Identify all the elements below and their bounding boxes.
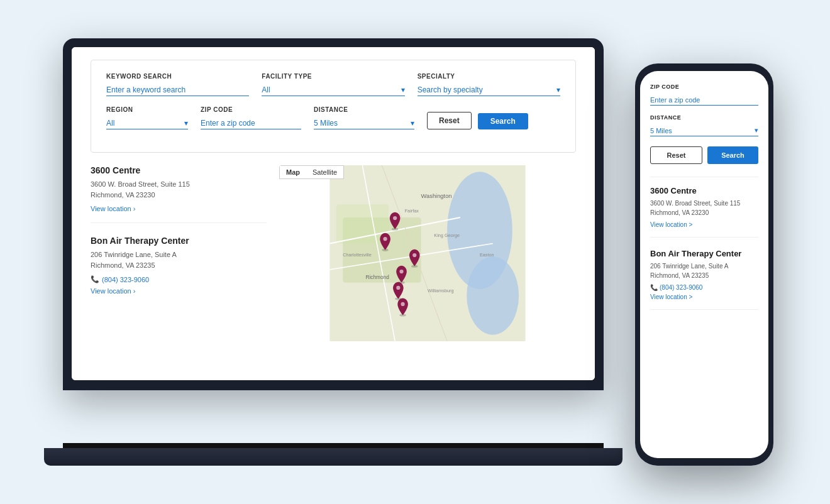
svg-point-24 [399,270,403,273]
mobile-zip-input[interactable] [650,95,758,106]
reset-button[interactable]: Reset [427,112,472,129]
svg-text:Richmond: Richmond [365,274,389,280]
zipcode-field: ZIP CODE [201,106,301,129]
mobile-zip-label: ZIP CODE [650,84,758,90]
facility-label: FACILITY TYPE [262,73,404,80]
result-phone-2[interactable]: 📞 (804) 323-9060 [91,275,267,283]
search-actions: Reset Search [427,106,528,129]
mobile-distance-wrapper: 5 Miles 10 Miles 25 Miles ▾ [650,124,758,136]
mobile-divider [650,177,758,177]
svg-point-18 [393,216,397,220]
mobile-result-link-1[interactable]: View location > [650,221,758,228]
mobile-distance-label: DISTANCE [650,114,758,121]
svg-text:Easton: Easton [480,252,494,258]
mobile-result-address-1: 3600 W. Broad Street, Suite 115Richmond,… [650,199,758,217]
laptop-base [44,448,622,466]
facility-field: FACILITY TYPE All ▾ [262,73,404,96]
result-address-2: 206 Twinridge Lane, Suite ARichmond, VA … [91,249,267,270]
result-link-2[interactable]: View location › [91,287,267,295]
mobile-result-name-1: 3600 Centre [650,186,758,195]
mobile-result-1: 3600 Centre 3600 W. Broad Street, Suite … [650,186,758,238]
mobile-result-name-2: Bon Air Therapy Center [650,249,758,258]
map-area: Map Satellite [279,165,576,341]
phone-icon-2: 📞 [91,275,99,283]
mobile-content: ZIP CODE DISTANCE 5 Miles 10 Miles 25 Mi… [640,71,768,458]
screen-content: KEYWORD SEARCH FACILITY TYPE All [72,47,595,380]
svg-point-26 [396,286,400,290]
search-row-2: REGION All ▾ ZIP CODE [106,106,560,129]
mobile-result-link-2[interactable]: View location > [650,293,758,300]
mobile-result-address-2: 206 Twinridge Lane, Suite ARichmond, VA … [650,261,758,280]
facility-select-wrapper: All ▾ [262,84,404,96]
result-item-2: Bon Air Therapy Center 206 Twinridge Lan… [91,236,267,305]
mobile-actions: Reset Search [650,146,758,164]
map-tabs: Map Satellite [279,165,344,179]
mobile-result-phone-2[interactable]: 📞 (804) 323-9060 [650,284,758,291]
distance-label: DISTANCE [314,106,414,113]
search-row-1: KEYWORD SEARCH FACILITY TYPE All [106,73,560,96]
chevron-right-icon-2: › [133,287,136,295]
laptop-screen: KEYWORD SEARCH FACILITY TYPE All [72,47,595,380]
mobile-search-button[interactable]: Search [707,146,758,164]
specialty-select[interactable]: Search by specialty [418,84,560,96]
laptop-hinge [63,443,604,448]
tab-map[interactable]: Map [280,166,306,178]
mobile-screen: ZIP CODE DISTANCE 5 Miles 10 Miles 25 Mi… [640,71,768,458]
zipcode-input[interactable] [201,118,301,129]
specialty-select-wrapper: Search by specialty ▾ [418,84,560,96]
svg-text:King George: King George [434,233,460,238]
laptop: KEYWORD SEARCH FACILITY TYPE All [63,38,604,466]
result-item-1: 3600 Centre 3600 W. Broad Street, Suite … [91,165,267,223]
result-link-1[interactable]: View location › [91,205,267,212]
results-area: 3600 Centre 3600 W. Broad Street, Suite … [91,165,576,341]
region-select-wrapper: All ▾ [106,117,188,129]
region-label: REGION [106,106,188,113]
result-name-2: Bon Air Therapy Center [91,236,267,246]
region-select[interactable]: All [106,118,188,129]
svg-text:Washington: Washington [421,193,452,199]
specialty-label: SPECIALTY [418,73,560,80]
distance-select[interactable]: 5 Miles 10 Miles 25 Miles [314,118,414,129]
region-field: REGION All ▾ [106,106,188,129]
tab-satellite[interactable]: Satellite [306,166,343,178]
search-button[interactable]: Search [478,113,528,129]
mobile-phone: ZIP CODE DISTANCE 5 Miles 10 Miles 25 Mi… [635,63,773,466]
map-svg: Washington Fairfax King George Charlotte… [279,165,576,341]
svg-point-20 [383,237,387,241]
result-name-1: 3600 Centre [91,165,267,175]
keyword-input[interactable] [106,84,249,96]
mobile-distance-select[interactable]: 5 Miles 10 Miles 25 Miles [650,126,758,136]
distance-select-wrapper: 5 Miles 10 Miles 25 Miles ▾ [314,117,414,129]
laptop-body: KEYWORD SEARCH FACILITY TYPE All [63,38,604,390]
svg-text:Fairfax: Fairfax [405,208,419,214]
mobile-reset-button[interactable]: Reset [650,146,702,164]
results-list: 3600 Centre 3600 W. Broad Street, Suite … [91,165,279,341]
zipcode-label: ZIP CODE [201,106,301,113]
chevron-right-icon-1: › [133,205,136,212]
keyword-field: KEYWORD SEARCH [106,73,249,96]
scene: KEYWORD SEARCH FACILITY TYPE All [38,26,792,478]
facility-select[interactable]: All [262,84,404,96]
mobile-distance-chevron-icon: ▾ [755,126,758,134]
svg-point-2 [467,256,519,334]
result-address-1: 3600 W. Broad Street, Suite 115Richmond,… [91,179,267,200]
svg-text:Williamsburg: Williamsburg [428,288,454,293]
svg-text:Charlottesville: Charlottesville [343,252,372,258]
mobile-result-2: Bon Air Therapy Center 206 Twinridge Lan… [650,249,758,310]
distance-field: DISTANCE 5 Miles 10 Miles 25 Miles ▾ [314,106,414,129]
mobile-phone-icon-2: 📞 [650,284,658,291]
svg-point-28 [401,302,404,306]
keyword-label: KEYWORD SEARCH [106,73,249,80]
search-panel: KEYWORD SEARCH FACILITY TYPE All [91,60,576,153]
svg-point-22 [412,253,416,257]
specialty-field: SPECIALTY Search by specialty ▾ [418,73,560,96]
